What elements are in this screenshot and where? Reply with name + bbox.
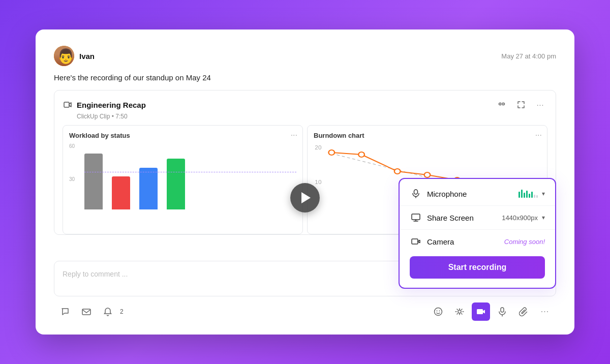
svg-point-7 — [424, 172, 431, 177]
play-overlay — [290, 183, 320, 213]
attachment-icon[interactable] — [514, 302, 533, 321]
svg-point-14 — [437, 311, 438, 312]
microphone-value: ▾ — [518, 190, 545, 198]
post-header: Ivan May 27 at 4:00 pm — [54, 46, 556, 66]
popup-divider-2 — [400, 229, 555, 230]
svg-point-13 — [435, 308, 442, 316]
svg-text:20: 20 — [315, 145, 321, 150]
svg-point-5 — [358, 152, 364, 157]
dashed-line — [84, 172, 296, 172]
clip-header: Engineering Recap ··· — [63, 98, 547, 112]
microphone-row: Microphone ▾ — [410, 189, 545, 198]
video-record-icon[interactable] — [472, 302, 490, 321]
microphone-icon[interactable] — [493, 302, 511, 321]
popup-divider-1 — [400, 205, 555, 206]
video-clip-icon — [63, 100, 73, 110]
workload-more-icon[interactable]: ··· — [291, 131, 297, 140]
bar-gray — [84, 154, 103, 209]
toolbar: 2 ··· — [54, 302, 556, 321]
share-screen-row: Share Screen 1440x900px ▾ — [410, 213, 545, 222]
mic-bar-1 — [518, 192, 520, 198]
resolution-text: 1440x900px — [502, 214, 538, 222]
coming-soon-text: Coming soon! — [504, 238, 545, 246]
avatar — [54, 46, 74, 66]
post-header-left: Ivan — [54, 46, 95, 66]
mic-bar-7 — [534, 195, 535, 198]
reaction-icon[interactable] — [450, 302, 469, 321]
link-icon[interactable] — [495, 98, 509, 112]
workload-chart: Workload by status ··· 60 30 — [63, 125, 303, 234]
main-card: Ivan May 27 at 4:00 pm Here's the record… — [36, 29, 574, 335]
post-message: Here's the recording of our standup on M… — [54, 73, 556, 82]
bar-y-label-30: 30 — [69, 176, 75, 182]
bell-icon[interactable] — [99, 302, 117, 321]
bar-chart: 60 30 — [69, 143, 296, 215]
clip-actions: ··· — [495, 98, 547, 112]
bar-blue — [139, 168, 158, 209]
notification-count: 2 — [120, 308, 124, 315]
recording-popup: Microphone ▾ Share Sc — [399, 178, 556, 289]
svg-rect-21 — [412, 239, 418, 244]
expand-icon[interactable] — [514, 98, 528, 112]
camera-label: Camera — [427, 237, 504, 246]
play-button[interactable] — [290, 183, 320, 213]
bar-green — [167, 159, 185, 209]
burndown-more-icon[interactable]: ··· — [535, 131, 542, 140]
mic-bar-5 — [529, 194, 530, 198]
comment-placeholder: Reply to comment ... — [63, 270, 128, 278]
workload-chart-title: Workload by status — [69, 132, 296, 139]
camera-row: Camera Coming soon! — [410, 237, 545, 246]
camera-popup-icon — [410, 237, 422, 246]
share-screen-chevron-icon[interactable]: ▾ — [542, 214, 545, 221]
bar-y-axis: 60 30 — [69, 143, 75, 209]
post-time: May 27 at 4:00 pm — [501, 52, 556, 60]
mic-bars — [518, 190, 538, 198]
emoji-icon[interactable] — [429, 302, 447, 321]
svg-rect-17 — [477, 309, 483, 314]
share-screen-label: Share Screen — [427, 214, 502, 222]
clip-title-row: Engineering Recap — [63, 100, 146, 110]
mic-bar-8 — [536, 195, 538, 198]
play-triangle-icon — [301, 192, 311, 203]
svg-rect-20 — [412, 214, 420, 220]
clip-title: Engineering Recap — [77, 101, 146, 109]
mail-icon[interactable] — [77, 302, 96, 321]
share-screen-popup-icon — [410, 213, 422, 222]
chat-icon[interactable] — [56, 302, 74, 321]
mic-bar-3 — [524, 193, 525, 198]
svg-point-4 — [328, 150, 334, 155]
author-name: Ivan — [79, 52, 95, 60]
svg-point-16 — [458, 310, 461, 313]
microphone-chevron-icon[interactable]: ▾ — [542, 190, 545, 197]
more-options-icon[interactable]: ··· — [533, 98, 547, 112]
clip-meta: ClickUp Clip • 7:50 — [77, 113, 547, 120]
svg-rect-12 — [82, 309, 90, 315]
mic-bar-6 — [531, 192, 533, 198]
svg-rect-19 — [414, 190, 418, 194]
start-recording-button[interactable]: Start recording — [410, 256, 545, 279]
svg-rect-18 — [501, 308, 504, 312]
microphone-label: Microphone — [427, 190, 518, 198]
svg-rect-0 — [64, 102, 69, 107]
svg-point-6 — [394, 169, 401, 174]
camera-value: Coming soon! — [504, 238, 545, 246]
bar-y-label-60: 60 — [69, 143, 75, 149]
microphone-popup-icon — [410, 189, 422, 198]
mic-bar-4 — [526, 191, 528, 198]
burndown-chart-title: Burndown chart — [314, 132, 541, 139]
bar-red — [112, 176, 130, 209]
more-toolbar-icon[interactable]: ··· — [536, 302, 554, 321]
mic-bar-2 — [521, 190, 523, 198]
svg-point-15 — [439, 311, 440, 312]
share-screen-value: 1440x900px ▾ — [502, 214, 545, 222]
